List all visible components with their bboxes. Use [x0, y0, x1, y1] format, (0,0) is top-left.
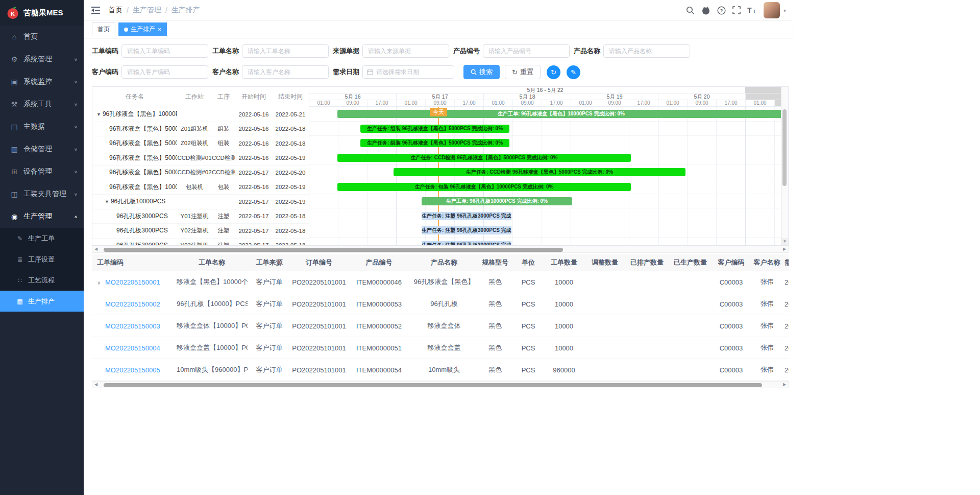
gantt-bar[interactable]: 生产任务: CCD检测 96孔移液盒【黑色】5000PCS 完成比例: 0%	[394, 168, 685, 176]
help-icon[interactable]: ?	[717, 6, 726, 15]
orders-column-header[interactable]: 已排产数量	[625, 254, 669, 271]
filter-input[interactable]	[483, 44, 570, 58]
filter-input[interactable]	[242, 44, 329, 58]
font-size-icon[interactable]: T T	[747, 6, 757, 14]
gantt-bar[interactable]: 生产任务: 组装 96孔移液盒【黑色】5000PCS 完成比例: 0%	[360, 125, 509, 133]
orders-column-header[interactable]: 需求日期	[783, 254, 789, 271]
search-icon[interactable]	[686, 6, 695, 15]
order-code-link[interactable]: MO202205150005	[105, 366, 160, 374]
orders-column-header[interactable]: 单位	[513, 254, 544, 271]
user-menu-caret-icon[interactable]: ▾	[783, 8, 786, 13]
tree-expand-icon[interactable]: ▼	[96, 112, 101, 117]
orders-column-header[interactable]: 订单编号	[291, 254, 347, 271]
search-button[interactable]: 搜索	[463, 65, 500, 79]
scrollbar-thumb[interactable]	[104, 383, 762, 387]
order-code-link[interactable]: MO202205150001	[105, 278, 160, 286]
tab-home[interactable]: 首页	[92, 22, 115, 36]
gantt-bar[interactable]: 生产任务: 组装 96孔移液盒【黑色】5000PCS 完成比例: 0%	[360, 139, 509, 147]
orders-column-header[interactable]: 工单名称	[176, 254, 248, 271]
orders-column-header[interactable]: 工单数量	[544, 254, 584, 271]
order-row[interactable]: ∨MO202205150001 移液盒【黑色】10000个 客户订单 PO202…	[92, 271, 789, 293]
brand[interactable]: K 苦糖果MES	[0, 0, 84, 26]
order-code-link[interactable]: MO202205150003	[105, 322, 160, 330]
orders-horizontal-scrollbar[interactable]: ◀ ▶	[92, 381, 789, 388]
github-icon[interactable]	[701, 6, 710, 15]
order-row[interactable]: MO202205150004 移液盒盒盖【10000】PCS 客户订单 PO20…	[92, 337, 789, 359]
sidebar-menu-item[interactable]: ▣ 系统监控 ∨	[0, 70, 84, 93]
gantt-horizontal-scrollbar[interactable]: ◀ ▶	[92, 246, 789, 253]
sidebar-submenu-item[interactable]: ▦ 生产排产	[0, 291, 84, 312]
sidebar-menu-item[interactable]: ⚒ 系统工具 ∨	[0, 93, 84, 115]
scrollbar-track[interactable]	[100, 382, 781, 388]
order-code-link[interactable]: MO202205150002	[105, 300, 160, 308]
sidebar-submenu-item[interactable]: ✎ 生产工单	[0, 228, 84, 249]
orders-column-header[interactable]: 规格型号	[477, 254, 513, 271]
order-row[interactable]: MO202205150005 10mm吸头【960000】PCS 客户订单 PO…	[92, 359, 789, 381]
tab-scheduling[interactable]: 生产排产 ×	[118, 22, 167, 36]
fullscreen-icon[interactable]	[732, 6, 741, 14]
filter-input[interactable]	[242, 65, 329, 79]
gantt-task-row[interactable]: 96孔孔板3000PCS Y01注塑机 注塑 2022-05-17 2022-0…	[92, 209, 309, 224]
gantt-task-row[interactable]: 96孔移液盒【黑色】5000PCS CCD检测#02 CCD检测 2022-05…	[92, 166, 309, 180]
orders-column-header[interactable]: 已生产数量	[669, 254, 712, 271]
scroll-down-icon[interactable]: ▼	[781, 238, 788, 245]
orders-column-header[interactable]: 产品名称	[411, 254, 477, 271]
gantt-task-row[interactable]: 96孔移液盒【黑色】5000PCS Z02组装机 组装 2022-05-16 2…	[92, 136, 309, 151]
gantt-bar[interactable]: 生产任务: 包装 96孔移液盒【黑色】10000PCS 完成比例: 0%	[337, 183, 631, 191]
gantt-bar[interactable]: 生产任务: CCD检测 96孔移液盒【黑色】5000PCS 完成比例: 0%	[337, 154, 631, 162]
scroll-left-icon[interactable]: ◀	[92, 246, 100, 253]
refresh-circle-button[interactable]: ↻	[547, 65, 560, 79]
gantt-bar[interactable]: 生产工单: 96孔移液盒【黑色】10000PCS 完成比例: 0%	[337, 110, 781, 118]
order-code-link[interactable]: MO202205150004	[105, 344, 160, 352]
reset-button[interactable]: ↻ 重置	[505, 65, 541, 79]
tab-close-icon[interactable]: ×	[158, 27, 161, 33]
scroll-left-icon[interactable]: ◀	[92, 381, 100, 388]
gantt-task-row[interactable]: 96孔移液盒【黑色】5000PCS Z01组装机 组装 2022-05-16 2…	[92, 122, 309, 137]
orders-column-header[interactable]: 工单编码	[92, 254, 176, 271]
breadcrumb-home[interactable]: 首页	[108, 6, 122, 15]
scrollbar-thumb[interactable]	[782, 109, 787, 186]
sidebar-submenu-item[interactable]: ∷ 工艺流程	[0, 270, 84, 291]
gantt-vertical-scrollbar[interactable]: ▼	[781, 87, 788, 245]
gantt-task-row[interactable]: 96孔孔板3000PCS Y03注塑机 注塑 2022-05-17 2022-0…	[92, 239, 309, 246]
sidebar-menu-item[interactable]: ⌂ 首页	[0, 26, 84, 48]
orders-column-header[interactable]: 客户名称	[750, 254, 783, 271]
gantt-bar[interactable]: 生产工单: 96孔孔板10000PCS 完成比例: 0%	[422, 197, 572, 205]
order-row[interactable]: MO202205150002 96孔孔板【10000】PCS 客户订单 PO20…	[92, 293, 789, 315]
filter-input[interactable]	[603, 44, 690, 58]
scrollbar-thumb[interactable]	[104, 248, 563, 252]
gantt-task-row[interactable]: 96孔孔板3000PCS Y02注塑机 注塑 2022-05-17 2022-0…	[92, 224, 309, 239]
demand-date-input[interactable]: 请选择需求日期	[362, 65, 454, 79]
breadcrumb-production[interactable]: 生产管理	[133, 6, 161, 15]
sidebar-menu-item[interactable]: ◉ 生产管理 ∧	[0, 205, 84, 228]
gantt-bar[interactable]: 生产任务: 注塑 96孔孔板3000PCS 完成比例: 0%	[422, 226, 509, 234]
sidebar-toggle-icon[interactable]	[91, 7, 100, 14]
gantt-bar[interactable]: 生产任务: 注塑 96孔孔板3000PCS 完成比例: 0%	[422, 212, 509, 220]
gantt-task-row[interactable]: 96孔移液盒【黑色】10000PCS 包装机 包装 2022-05-16 202…	[92, 180, 309, 195]
user-avatar[interactable]	[764, 2, 780, 18]
scroll-right-icon[interactable]: ▶	[781, 381, 788, 388]
scrollbar-track[interactable]	[100, 246, 781, 252]
orders-column-header[interactable]: 产品编号	[347, 254, 411, 271]
gantt-task-row[interactable]: ▼96孔孔板10000PCS 2022-05-17 2022-05-19	[92, 195, 309, 209]
filter-input[interactable]	[121, 65, 208, 79]
sidebar-menu-item[interactable]: ◫ 工装夹具管理 ∨	[0, 183, 84, 205]
row-expand-icon[interactable]: ∨	[97, 280, 105, 286]
filter-input[interactable]	[121, 44, 208, 58]
sidebar-menu-item[interactable]: ⚙ 系统管理 ∨	[0, 48, 84, 70]
edit-circle-button[interactable]: ✎	[567, 65, 580, 79]
gantt-task-row[interactable]: ▼96孔移液盒【黑色】10000PCS 2022-05-16 2022-05-2…	[92, 107, 309, 122]
sidebar-menu-item[interactable]: ▤ 主数据 ∨	[0, 115, 84, 138]
tree-expand-icon[interactable]: ▼	[105, 199, 109, 204]
gantt-task-row[interactable]: 96孔移液盒【黑色】5000PCS CCD检测#01 CCD检测 2022-05…	[92, 151, 309, 166]
sidebar-submenu-item[interactable]: ≣ 工序设置	[0, 249, 84, 270]
sidebar-menu-item[interactable]: ▥ 仓储管理 ∨	[0, 138, 84, 160]
orders-column-header[interactable]: 调整数量	[584, 254, 625, 271]
orders-column-header[interactable]: 客户编码	[712, 254, 750, 271]
gantt-bar[interactable]: 生产任务: 注塑 96孔孔板3000PCS 完成比例: 0%	[422, 241, 509, 245]
sidebar-menu-item[interactable]: ⊞ 设备管理 ∨	[0, 160, 84, 183]
order-row[interactable]: MO202205150003 移液盒盒体【10000】PCS 客户订单 PO20…	[92, 315, 789, 337]
orders-column-header[interactable]: 工单来源	[248, 254, 291, 271]
filter-input[interactable]	[362, 44, 449, 58]
scroll-right-icon[interactable]: ▶	[781, 246, 788, 253]
